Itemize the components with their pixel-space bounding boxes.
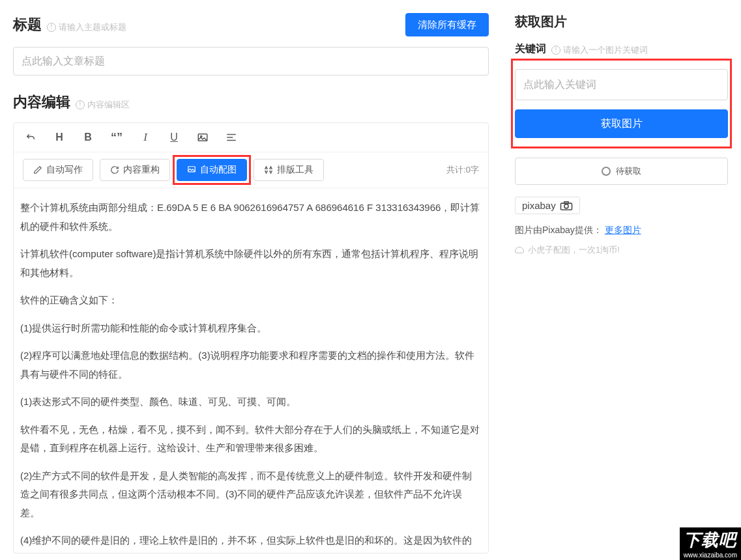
word-count: 共计:0字 (446, 164, 479, 176)
image-icon[interactable] (195, 130, 211, 145)
image-match-icon (187, 165, 196, 175)
restructure-label: 内容重构 (123, 164, 160, 176)
title-hint: ! 请输入主题或标题 (47, 21, 126, 33)
clear-cache-button[interactable]: 清除所有缓存 (405, 13, 489, 36)
paragraph: (2)程序可以满意地处理信息的数据结构。(3)说明程序功能要求和程序需要的文档的… (20, 346, 482, 384)
title-label: 标题 (13, 15, 42, 35)
get-image-button[interactable]: 获取图片 (515, 109, 728, 138)
footnote-text: 小虎子配图，一次1淘币! (528, 244, 620, 256)
get-image-button-label: 获取图片 (601, 117, 643, 131)
paragraph: 计算机软件(computer software)是指计算机系统中除硬件以外的所有… (20, 245, 482, 282)
watermark-url: www.xiazaiba.com (684, 552, 737, 559)
attribution-text: 图片由Pixabay提供： (515, 225, 602, 235)
loading-circle-icon (602, 167, 611, 176)
layout-tool-button[interactable]: 排版工具 (254, 159, 324, 181)
pixabay-label: pixabay (522, 200, 556, 211)
layout-tool-label: 排版工具 (277, 164, 313, 176)
paragraph: 整个计算机系统由两部分组成：E.69DA 5 E 6 BA 9062616964… (20, 199, 482, 236)
quote-icon[interactable]: “” (109, 130, 124, 145)
auto-image-highlight: 自动配图 (177, 159, 247, 181)
content-hint-text: 内容编辑区 (87, 99, 130, 111)
action-bar: 自动写作 内容重构 自动配图 排版工具 (14, 152, 488, 188)
info-icon: ! (551, 46, 560, 55)
keyword-hint: ! 请输入一个图片关键词 (551, 44, 648, 56)
italic-icon[interactable]: I (138, 130, 153, 145)
paragraph: 软件的正确含义如下： (20, 291, 482, 310)
content-label: 内容编辑 (13, 92, 70, 112)
undo-icon[interactable] (23, 130, 38, 145)
info-icon: ! (76, 100, 85, 109)
clear-cache-label: 清除所有缓存 (418, 19, 476, 31)
coin-icon (515, 247, 524, 253)
more-images-link[interactable]: 更多图片 (605, 225, 641, 235)
get-image-title: 获取图片 (515, 13, 728, 31)
pending-button[interactable]: 待获取 (515, 158, 728, 185)
svg-rect-8 (564, 201, 568, 203)
editor-box: H B “” I U 自动写作 (13, 122, 489, 553)
content-hint: ! 内容编辑区 (76, 99, 130, 111)
watermark: 下载吧 www.xiazaiba.com (680, 527, 741, 560)
attribution: 图片由Pixabay提供： 更多图片 (515, 225, 728, 236)
pixabay-badge: pixabay (515, 197, 580, 214)
paragraph: 软件看不见，无色，枯燥，看不见，摸不到，闻不到。软件大部分存在于人们的头脑或纸上… (20, 421, 482, 458)
title-hint-text: 请输入主题或标题 (59, 21, 126, 33)
keyword-block-highlight: 获取图片 (515, 63, 728, 145)
footnote: 小虎子配图，一次1淘币! (515, 244, 728, 256)
auto-image-button[interactable]: 自动配图 (177, 159, 247, 181)
layout-icon (264, 165, 273, 175)
auto-write-label: 自动写作 (46, 164, 83, 176)
keyword-label: 关键词 (515, 42, 546, 56)
paragraph: (2)生产方式不同的软件是开发，是人类智能的高发挥，而不是传统意义上的硬件制造。… (20, 467, 482, 523)
heading-icon[interactable]: H (51, 130, 67, 145)
editor-toolbar: H B “” I U (14, 123, 488, 152)
title-section-header: 标题 ! 请输入主题或标题 清除所有缓存 (13, 13, 489, 36)
watermark-text: 下载吧 (684, 530, 736, 550)
bold-icon[interactable]: B (80, 130, 96, 145)
restructure-button[interactable]: 内容重构 (100, 159, 170, 181)
keyword-input[interactable] (515, 69, 728, 100)
paragraph: (1)提供运行时所需功能和性能的命令或计算机程序集合。 (20, 319, 482, 338)
auto-write-button[interactable]: 自动写作 (23, 159, 93, 181)
auto-image-label: 自动配图 (200, 164, 237, 176)
paragraph: (4)维护不同的硬件是旧的，理论上软件是旧的，并不坏，但实际上软件也是旧的和坏的… (20, 531, 482, 553)
editor-content[interactable]: 整个计算机系统由两部分组成：E.69DA 5 E 6 BA 9062616964… (14, 188, 488, 553)
pending-label: 待获取 (616, 165, 641, 177)
svg-point-7 (564, 204, 568, 208)
camera-icon (560, 201, 573, 210)
content-section-header: 内容编辑 ! 内容编辑区 (13, 92, 489, 112)
keyword-header: 关键词 ! 请输入一个图片关键词 (515, 42, 728, 56)
paragraph: (1)表达形式不同的硬件类型、颜色、味道、可见、可摸、可闻。 (20, 393, 482, 412)
pencil-icon (33, 165, 42, 175)
info-icon: ! (47, 23, 56, 32)
underline-icon[interactable]: U (166, 130, 182, 145)
keyword-hint-text: 请输入一个图片关键词 (563, 44, 648, 56)
align-left-icon[interactable] (224, 130, 239, 145)
article-title-input[interactable] (13, 47, 489, 76)
refresh-icon (110, 165, 119, 175)
